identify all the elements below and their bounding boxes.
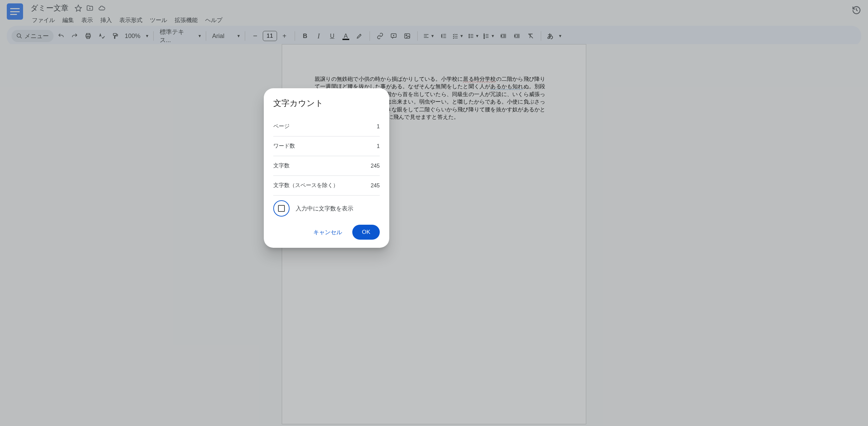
cancel-button[interactable]: キャンセル <box>309 225 347 240</box>
ok-button[interactable]: OK <box>352 225 380 240</box>
stat-pages: ページ 1 <box>273 117 380 136</box>
show-while-typing-checkbox[interactable] <box>273 200 290 217</box>
stat-words: ワード数 1 <box>273 136 380 156</box>
modal-scrim[interactable] <box>0 0 868 426</box>
dialog-title: 文字カウント <box>273 98 380 109</box>
checkbox-label: 入力中に文字数を表示 <box>296 205 353 212</box>
stat-chars-no-space: 文字数（スペースを除く） 245 <box>273 176 380 196</box>
stat-chars: 文字数 245 <box>273 156 380 176</box>
word-count-dialog: 文字カウント ページ 1 ワード数 1 文字数 245 文字数（スペースを除く）… <box>264 88 389 248</box>
